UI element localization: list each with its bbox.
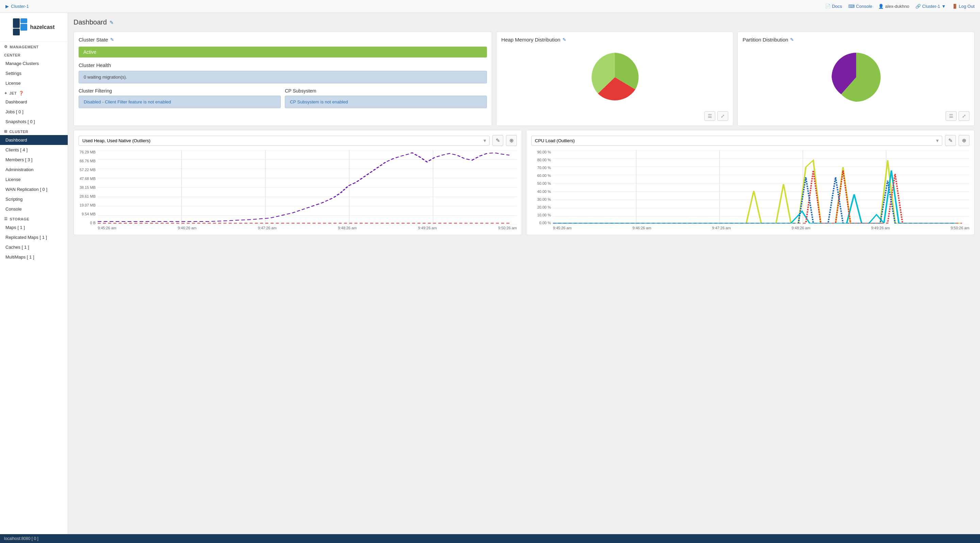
- sidebar: hazelcast ⚙ MANAGEMENT CENTER Manage Clu…: [0, 13, 68, 534]
- heap-chart-header: Used Heap, Used Native (Outliers) ▼ ✎ ⊕: [79, 135, 517, 146]
- heap-chart-svg: [98, 150, 517, 225]
- cluster-filtering-section: Cluster Filtering Disabled - Client Filt…: [79, 88, 281, 108]
- partition-expand-icon[interactable]: ⤢: [959, 111, 969, 121]
- sidebar-item-jet-dashboard[interactable]: Dashboard: [0, 97, 68, 107]
- sidebar-item-members[interactable]: Members [ 3 ]: [0, 155, 68, 165]
- topbar-cluster-name[interactable]: Cluster-1: [11, 4, 29, 9]
- heap-x-axis: 9:45:26 am 9:46:26 am 9:47:26 am 9:48:26…: [79, 226, 517, 230]
- filtering-row: Cluster Filtering Disabled - Client Filt…: [79, 88, 487, 108]
- cpu-chart-add-btn[interactable]: ⊕: [959, 135, 969, 146]
- section-cluster: ⊞ CLUSTER: [0, 127, 68, 135]
- sidebar-item-jobs[interactable]: Jobs [ 0 ]: [0, 107, 68, 117]
- sidebar-item-maps[interactable]: Maps [ 1 ]: [0, 222, 68, 232]
- logout-icon: 🚪: [952, 4, 958, 9]
- heap-memory-title: Heap Memory Distribution ✎: [501, 37, 728, 43]
- sidebar-item-administration[interactable]: Administration: [0, 165, 68, 175]
- health-box: 0 waiting migration(s).: [79, 71, 487, 83]
- logout-link[interactable]: 🚪 Log Out: [952, 4, 975, 9]
- svg-rect-0: [13, 18, 20, 28]
- jet-icon: ✦: [4, 91, 8, 95]
- svg-rect-3: [21, 24, 27, 31]
- top-cards-row: Cluster State ✎ Active Cluster Health 0 …: [73, 32, 975, 126]
- cluster-icon: 🔗: [915, 4, 921, 9]
- cluster-arrow-icon: ▶: [5, 4, 9, 9]
- cluster-state-title: Cluster State ✎: [79, 37, 487, 43]
- sidebar-item-license[interactable]: License: [0, 78, 68, 88]
- heap-chart-wrapper: 76.29 MB 66.76 MB 57.22 MB 47.68 MB 38.1…: [79, 150, 517, 225]
- partition-icons-row: ☰ ⤢: [743, 110, 969, 121]
- partition-edit-icon[interactable]: ✎: [790, 37, 794, 42]
- cluster-status-bar: Active: [79, 47, 487, 57]
- cpu-chart-edit-btn[interactable]: ✎: [945, 135, 956, 146]
- heap-pie-chart: [588, 50, 642, 105]
- cluster-health-title: Cluster Health: [79, 62, 487, 68]
- hazelcast-logo-icon: [13, 18, 28, 36]
- topbar: ▶ Cluster-1 📄 Docs ️⌨ Console 👤 alex-duk…: [0, 0, 980, 13]
- sidebar-item-wan-replication[interactable]: WAN Replication [ 0 ]: [0, 184, 68, 194]
- dashboard-edit-icon[interactable]: ✎: [110, 20, 114, 25]
- heap-memory-card: Heap Memory Distribution ✎ ☰ ⤢: [496, 32, 733, 126]
- sidebar-item-manage-clusters[interactable]: Manage Clusters: [0, 59, 68, 68]
- cluster-state-card: Cluster State ✎ Active Cluster Health 0 …: [73, 32, 492, 126]
- cluster-state-edit-icon[interactable]: ✎: [110, 37, 114, 42]
- sidebar-item-replicated-maps[interactable]: Replicated Maps [ 1 ]: [0, 232, 68, 242]
- cluster-dropdown-icon: ▼: [942, 4, 946, 9]
- docs-link[interactable]: 📄 Docs: [825, 4, 842, 9]
- cp-subsystem-section: CP Subsystem CP Subsystem is not enabled: [285, 88, 487, 108]
- sidebar-item-snapshots[interactable]: Snapshots [ 0 ]: [0, 117, 68, 127]
- docs-icon: 📄: [825, 4, 830, 9]
- cluster-select-link[interactable]: 🔗 Cluster-1 ▼: [915, 4, 946, 9]
- storage-section-icon: ☰: [4, 217, 8, 221]
- heap-pie-container: [501, 47, 728, 110]
- sidebar-item-multimaps[interactable]: MultiMaps [ 1 ]: [0, 252, 68, 262]
- heap-list-icon[interactable]: ☰: [705, 111, 715, 121]
- filtering-box: Disabled - Client Filter feature is not …: [79, 95, 281, 108]
- cpu-chart-header: CPU Load (Outliers) ▼ ✎ ⊕: [531, 135, 969, 146]
- cpu-chart-svg-area: [553, 150, 969, 225]
- partition-dist-card: Partition Distribution ✎ ☰ ⤢: [737, 32, 975, 126]
- main-layout: hazelcast ⚙ MANAGEMENT CENTER Manage Clu…: [0, 13, 980, 534]
- cpu-chart-area: [553, 150, 969, 225]
- content-area: Dashboard ✎ Cluster State ✎ Active Clust…: [68, 13, 980, 534]
- heap-chart-select-wrapper: Used Heap, Used Native (Outliers) ▼: [79, 136, 490, 146]
- sidebar-item-console[interactable]: Console: [0, 204, 68, 214]
- partition-dist-title: Partition Distribution ✎: [743, 37, 969, 43]
- bottombar: localhost:8080 [ 0 ]: [0, 534, 980, 543]
- heap-expand-icon[interactable]: ⤢: [717, 111, 728, 121]
- svg-rect-1: [13, 29, 20, 35]
- partition-pie-container: [743, 47, 969, 110]
- section-jet: ✦ JET ❓: [0, 88, 68, 97]
- charts-row: Used Heap, Used Native (Outliers) ▼ ✎ ⊕ …: [73, 130, 975, 235]
- help-icon: ❓: [19, 91, 24, 95]
- cpu-chart-select-wrapper: CPU Load (Outliers) ▼: [531, 136, 942, 146]
- page-title: Dashboard: [73, 18, 107, 26]
- heap-chart-card: Used Heap, Used Native (Outliers) ▼ ✎ ⊕ …: [73, 130, 522, 235]
- partition-pie-chart: [829, 50, 883, 105]
- sidebar-item-scripting[interactable]: Scripting: [0, 194, 68, 204]
- console-link[interactable]: ️⌨ Console: [848, 4, 872, 9]
- heap-edit-icon[interactable]: ✎: [563, 37, 566, 42]
- cpu-chart-svg: [553, 150, 969, 225]
- logo-text: hazelcast: [30, 24, 54, 30]
- partition-list-icon[interactable]: ☰: [946, 111, 956, 121]
- section-management: ⚙ MANAGEMENT: [0, 42, 68, 50]
- cluster-section-icon: ⊞: [4, 129, 8, 134]
- heap-chart-add-btn[interactable]: ⊕: [506, 135, 517, 146]
- gear-icon: ⚙: [4, 44, 8, 49]
- sidebar-item-settings[interactable]: Settings: [0, 68, 68, 78]
- heap-chart-select[interactable]: Used Heap, Used Native (Outliers): [79, 136, 490, 146]
- sidebar-item-caches[interactable]: Caches [ 1 ]: [0, 242, 68, 252]
- sidebar-item-cluster-license[interactable]: License: [0, 175, 68, 184]
- user-icon: 👤: [878, 4, 884, 9]
- heap-chart-area: [98, 150, 517, 225]
- cpu-chart-select[interactable]: CPU Load (Outliers): [531, 136, 942, 146]
- heap-chart-edit-btn[interactable]: ✎: [492, 135, 503, 146]
- sidebar-item-clients[interactable]: Clients [ 4 ]: [0, 145, 68, 155]
- topbar-actions: 📄 Docs ️⌨ Console 👤 alex-dukhno 🔗 Cluste…: [825, 4, 975, 9]
- topbar-cluster[interactable]: ▶ Cluster-1: [5, 4, 29, 9]
- section-storage: ☰ STORAGE: [0, 214, 68, 222]
- heap-chart-svg-area: [98, 150, 517, 225]
- cp-box: CP Subsystem is not enabled: [285, 95, 487, 108]
- logo-area: hazelcast: [0, 13, 68, 42]
- sidebar-item-dashboard[interactable]: Dashboard: [0, 135, 68, 145]
